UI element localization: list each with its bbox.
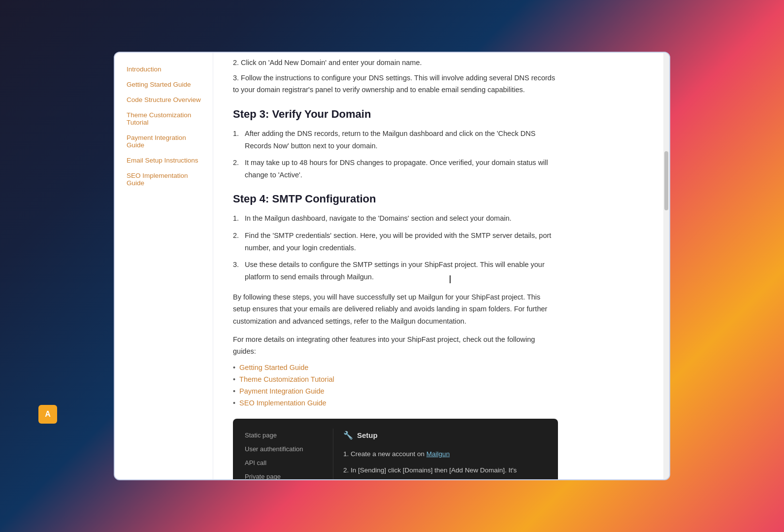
code-sidebar-static[interactable]: Static page <box>245 429 325 442</box>
prose-2: For more details on integrating other fe… <box>233 333 558 358</box>
code-header-title: Setup <box>357 429 378 442</box>
scrollbar-thumb[interactable] <box>664 151 668 210</box>
sidebar-item-theme[interactable]: Theme Customization Tutorial <box>123 108 205 129</box>
clipped-content: 2. Click on 'Add New Domain' and enter y… <box>233 53 558 96</box>
wrench-icon: 🔧 <box>343 429 353 442</box>
sidebar-item-seo[interactable]: SEO Implementation Guide <box>123 169 205 190</box>
content-inner: 2. Click on 'Add New Domain' and enter y… <box>233 53 558 479</box>
sidebar: Introduction Getting Started Guide Code … <box>115 53 213 479</box>
mouse-cursor <box>450 275 455 283</box>
sidebar-item-email[interactable]: Email Setup Instructions <box>123 154 205 167</box>
code-block-inner: Static page User authentification API ca… <box>245 429 546 479</box>
main-content[interactable]: 2. Click on 'Add New Domain' and enter y… <box>213 53 669 479</box>
step4-heading: Step 4: SMTP Configuration <box>233 193 558 205</box>
guide-link-getting-started[interactable]: Getting Started Guide <box>233 364 558 371</box>
code-step-1: 1. Create a new account on Mailgun <box>343 449 546 460</box>
step4-item-2: 2. Find the 'SMTP credentials' section. … <box>233 230 558 254</box>
guide-links-list: Getting Started Guide Theme Customizatio… <box>233 364 558 407</box>
step3-heading: Step 3: Verify Your Domain <box>233 108 558 121</box>
scrollbar-track[interactable] <box>663 53 669 479</box>
sidebar-item-introduction[interactable]: Introduction <box>123 63 205 76</box>
prose-1: By following these steps, you will have … <box>233 291 558 328</box>
code-sidebar-private[interactable]: Private page <box>245 470 325 479</box>
guide-link-payment[interactable]: Payment Integration Guide <box>233 387 558 395</box>
clipped-item-1: 2. Click on 'Add New Domain' and enter y… <box>233 57 558 69</box>
sidebar-nav: Introduction Getting Started Guide Code … <box>115 63 213 190</box>
code-header: 🔧 Setup <box>343 429 546 442</box>
code-block: Static page User authentification API ca… <box>233 419 558 479</box>
sidebar-item-getting-started[interactable]: Getting Started Guide <box>123 78 205 91</box>
step4-item-1: 1. In the Mailgun dashboard, navigate to… <box>233 212 558 225</box>
step4-item-3: 3. Use these details to configure the SM… <box>233 259 558 283</box>
mailgun-link[interactable]: Mailgun <box>426 450 450 458</box>
main-window: Introduction Getting Started Guide Code … <box>114 52 670 480</box>
step3-list: 1. After adding the DNS records, return … <box>233 128 558 181</box>
code-sidebar-auth[interactable]: User authentification <box>245 442 325 456</box>
step4-list: 1. In the Mailgun dashboard, navigate to… <box>233 212 558 283</box>
sidebar-item-code-structure[interactable]: Code Structure Overview <box>123 93 205 106</box>
step3-item-2: 2. It may take up to 48 hours for DNS ch… <box>233 157 558 181</box>
clipped-item-2: 3. Follow the instructions to configure … <box>233 72 558 96</box>
code-main: 🔧 Setup 1. Create a new account on Mailg… <box>333 429 546 479</box>
guide-link-seo[interactable]: SEO Implementation Guide <box>233 399 558 407</box>
sidebar-item-payment[interactable]: Payment Integration Guide <box>123 131 205 152</box>
floating-action-button[interactable]: A <box>38 405 57 424</box>
step3-item-1: 1. After adding the DNS records, return … <box>233 128 558 152</box>
guide-link-theme[interactable]: Theme Customization Tutorial <box>233 375 558 383</box>
code-step-2: 2. In [Sending] click [Domains] then [Ad… <box>343 465 546 479</box>
code-sidebar[interactable]: Static page User authentification API ca… <box>245 429 333 479</box>
code-sidebar-api[interactable]: API call <box>245 456 325 470</box>
